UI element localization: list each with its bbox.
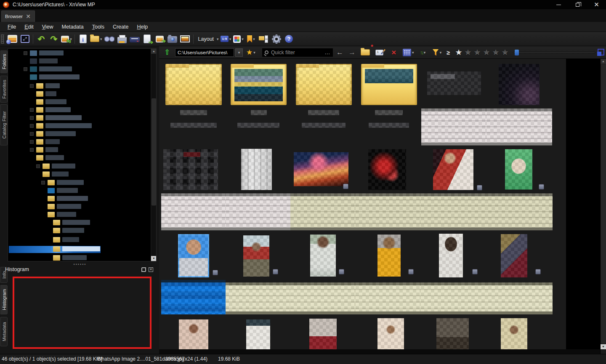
menu-file[interactable]: File bbox=[3, 23, 20, 31]
menu-metadata[interactable]: Metadata bbox=[58, 23, 88, 31]
slideshow-button[interactable] bbox=[179, 33, 191, 45]
grid-scrollbar[interactable]: ▲ ▼ bbox=[600, 59, 606, 354]
thumbnail-portrait-green[interactable] bbox=[505, 149, 532, 190]
menu-tools[interactable]: Tools bbox=[88, 23, 109, 31]
thumbnail-document-page[interactable] bbox=[487, 108, 552, 145]
redo-button[interactable]: ↷ bbox=[48, 33, 60, 45]
thumbnail-grid[interactable]: ▲ ▼ bbox=[159, 59, 606, 354]
rating-star-3[interactable]: ★3 bbox=[482, 47, 491, 57]
thumbnail-folder-3[interactable] bbox=[296, 64, 352, 105]
minimize-button[interactable] bbox=[549, 0, 568, 9]
sidebar-tab-favorites[interactable]: Favorites bbox=[0, 76, 8, 103]
file-info-button[interactable]: i bbox=[77, 33, 89, 45]
histogram-close-icon[interactable]: ✕ bbox=[149, 267, 153, 272]
tree-scrollbar[interactable]: ▲ ▼ bbox=[151, 49, 156, 261]
menu-edit[interactable]: Edit bbox=[20, 23, 38, 31]
rating-star-5[interactable]: ★5 bbox=[500, 47, 510, 57]
tree-expander-icon[interactable] bbox=[30, 140, 34, 144]
new-folder-button[interactable] bbox=[359, 47, 372, 58]
thumbnail-folder-4[interactable] bbox=[361, 64, 417, 105]
view-grid-dropdown[interactable]: ▾ bbox=[402, 47, 415, 58]
search-button[interactable] bbox=[103, 33, 116, 45]
close-button[interactable]: ✕ bbox=[587, 0, 606, 9]
label-dropdown[interactable]: ▾ bbox=[245, 33, 258, 45]
delete-button[interactable]: × bbox=[388, 47, 400, 58]
sidebar-tab-metadata[interactable]: Metadata bbox=[0, 317, 8, 346]
tree-item-label-redacted[interactable] bbox=[57, 188, 78, 193]
path-dropdown-button[interactable]: ▾ bbox=[235, 48, 243, 57]
thumbnail-document-page[interactable] bbox=[161, 193, 226, 230]
open-with-button[interactable]: ▾ bbox=[89, 33, 103, 45]
layout-dropdown[interactable]: Layout▾ bbox=[195, 33, 220, 45]
tree-item-label-redacted[interactable] bbox=[39, 50, 64, 55]
thumbnail-folder-1[interactable] bbox=[165, 64, 222, 105]
undo-button[interactable]: ↶ bbox=[35, 33, 48, 45]
thumbnail-portrait[interactable] bbox=[439, 234, 463, 277]
forward-button[interactable]: → bbox=[347, 48, 357, 57]
thumbnail-folder-2[interactable] bbox=[231, 64, 287, 105]
favorites-dropdown-icon[interactable]: ▾ bbox=[253, 50, 255, 55]
filter-dropdown[interactable]: ▾ bbox=[431, 47, 443, 58]
tree-item-label-redacted[interactable] bbox=[62, 246, 100, 251]
thumbnail-portrait-passport[interactable] bbox=[178, 234, 209, 277]
tree-item-label-redacted[interactable] bbox=[62, 228, 84, 233]
tree-expander-icon[interactable] bbox=[30, 148, 34, 152]
scroll-up-icon[interactable]: ▲ bbox=[601, 59, 606, 64]
thumbnail-image-dark[interactable] bbox=[499, 64, 540, 105]
scroll-down-icon[interactable]: ▼ bbox=[601, 344, 606, 349]
thumbnail-portrait[interactable] bbox=[377, 235, 401, 277]
tree-item-label-redacted[interactable] bbox=[45, 155, 64, 160]
tree-item-label-redacted[interactable] bbox=[57, 180, 84, 185]
favorites-button[interactable]: ★▾ bbox=[245, 47, 257, 58]
parent-folder-button[interactable]: ⇧ bbox=[161, 47, 173, 58]
rating-star-1[interactable]: ★1 bbox=[463, 47, 473, 57]
thumbnail-document-page[interactable] bbox=[488, 282, 553, 314]
tree-item-label-redacted[interactable] bbox=[39, 66, 72, 71]
tree-item-label-redacted[interactable] bbox=[62, 237, 79, 242]
thumbnail-portrait[interactable] bbox=[501, 234, 527, 277]
thumbnail-document-white[interactable] bbox=[241, 149, 272, 190]
tree-item-label-redacted[interactable] bbox=[45, 123, 92, 128]
thumbnail-document-page[interactable] bbox=[290, 193, 356, 230]
tree-item-label-redacted[interactable] bbox=[39, 74, 80, 79]
scroll-down-icon[interactable]: ▼ bbox=[151, 256, 157, 261]
rating-star-2[interactable]: ★2 bbox=[473, 47, 482, 57]
tree-item-label-redacted[interactable] bbox=[45, 107, 71, 112]
tree-scrollbar-thumb[interactable] bbox=[152, 98, 156, 206]
thumbnail-document-page[interactable] bbox=[488, 193, 553, 230]
tree-item-label-redacted[interactable] bbox=[57, 212, 76, 217]
tree-item-label-redacted[interactable] bbox=[62, 255, 87, 260]
folder-tree-panel[interactable]: ▲ ▼ bbox=[8, 48, 157, 261]
path-input[interactable]: C:\Users\user\Pictures\ bbox=[175, 48, 234, 57]
thumbnail-portrait[interactable] bbox=[246, 319, 270, 351]
thumbnail-image-redacted[interactable] bbox=[427, 71, 481, 95]
restore-button[interactable] bbox=[568, 0, 587, 9]
tree-expander-icon[interactable] bbox=[41, 181, 45, 185]
thumbnail-document-page[interactable] bbox=[421, 193, 488, 230]
help-button[interactable]: ? bbox=[283, 33, 295, 45]
slider-handle[interactable] bbox=[515, 50, 519, 55]
tree-expander-icon[interactable] bbox=[24, 51, 27, 55]
tree-item-label-redacted[interactable] bbox=[45, 139, 60, 144]
toolbar-grip[interactable] bbox=[1, 34, 4, 44]
grid-scrollbar-thumb[interactable] bbox=[601, 64, 606, 343]
thumbnail-portrait[interactable] bbox=[310, 235, 336, 277]
thumbnail-portrait[interactable] bbox=[309, 319, 337, 351]
thumbnail-image-red-dark[interactable] bbox=[368, 149, 406, 190]
thumbnail-document-page[interactable] bbox=[356, 282, 421, 314]
tree-item-label-redacted[interactable] bbox=[45, 147, 58, 152]
sidebar-tab-catalog-filter[interactable]: Catalog Filter bbox=[0, 104, 8, 145]
tree-item-label-redacted[interactable] bbox=[52, 171, 69, 177]
browser-button[interactable] bbox=[6, 33, 19, 45]
tree-item-label-redacted[interactable] bbox=[45, 131, 76, 136]
thumbnail-image-colorful[interactable] bbox=[294, 152, 348, 186]
tree-item-label-redacted[interactable] bbox=[45, 99, 66, 104]
thumbnail-size-dropdown[interactable]: 1:5▾ bbox=[220, 33, 232, 45]
rating-star-4[interactable]: ★4 bbox=[491, 47, 500, 57]
menu-view[interactable]: View bbox=[38, 23, 58, 31]
tab-browser[interactable]: Browser ✕ bbox=[1, 11, 35, 22]
menu-help[interactable]: Help bbox=[133, 23, 152, 31]
thumbnail-portrait[interactable] bbox=[179, 319, 208, 351]
move-to-button[interactable]: ➔ bbox=[154, 33, 166, 45]
quick-filter-input[interactable]: Quick filter ... bbox=[262, 48, 333, 57]
